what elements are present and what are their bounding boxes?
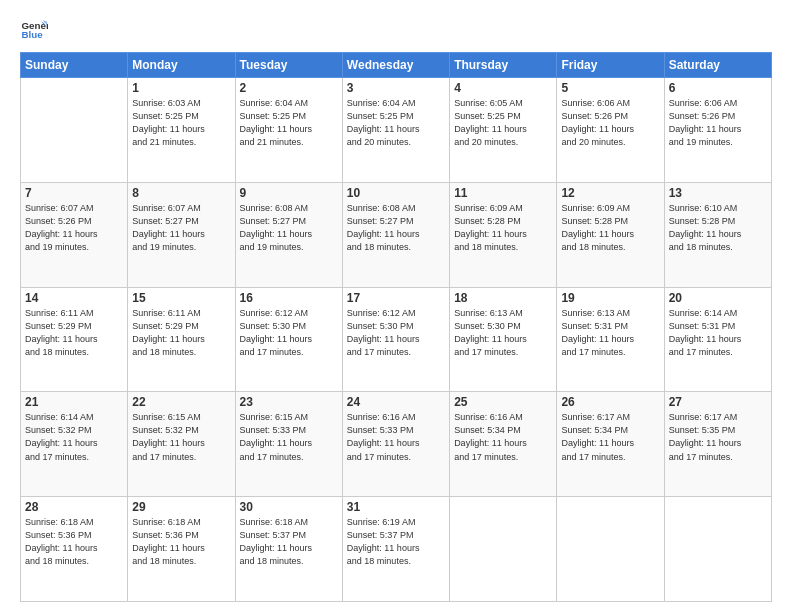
day-number: 17 [347, 291, 445, 305]
day-info: Sunrise: 6:15 AM Sunset: 5:33 PM Dayligh… [240, 411, 338, 463]
day-number: 8 [132, 186, 230, 200]
day-info: Sunrise: 6:13 AM Sunset: 5:30 PM Dayligh… [454, 307, 552, 359]
calendar-cell: 25Sunrise: 6:16 AM Sunset: 5:34 PM Dayli… [450, 392, 557, 497]
calendar-week-4: 21Sunrise: 6:14 AM Sunset: 5:32 PM Dayli… [21, 392, 772, 497]
day-number: 16 [240, 291, 338, 305]
day-info: Sunrise: 6:06 AM Sunset: 5:26 PM Dayligh… [561, 97, 659, 149]
day-number: 11 [454, 186, 552, 200]
calendar-cell: 13Sunrise: 6:10 AM Sunset: 5:28 PM Dayli… [664, 182, 771, 287]
day-info: Sunrise: 6:11 AM Sunset: 5:29 PM Dayligh… [25, 307, 123, 359]
calendar-cell: 10Sunrise: 6:08 AM Sunset: 5:27 PM Dayli… [342, 182, 449, 287]
day-info: Sunrise: 6:07 AM Sunset: 5:26 PM Dayligh… [25, 202, 123, 254]
day-number: 6 [669, 81, 767, 95]
day-number: 31 [347, 500, 445, 514]
calendar-table: SundayMondayTuesdayWednesdayThursdayFrid… [20, 52, 772, 602]
day-info: Sunrise: 6:19 AM Sunset: 5:37 PM Dayligh… [347, 516, 445, 568]
day-info: Sunrise: 6:12 AM Sunset: 5:30 PM Dayligh… [347, 307, 445, 359]
day-info: Sunrise: 6:18 AM Sunset: 5:36 PM Dayligh… [25, 516, 123, 568]
day-info: Sunrise: 6:07 AM Sunset: 5:27 PM Dayligh… [132, 202, 230, 254]
day-number: 15 [132, 291, 230, 305]
header-row: SundayMondayTuesdayWednesdayThursdayFrid… [21, 53, 772, 78]
header-day-tuesday: Tuesday [235, 53, 342, 78]
day-number: 24 [347, 395, 445, 409]
day-number: 27 [669, 395, 767, 409]
calendar-cell: 19Sunrise: 6:13 AM Sunset: 5:31 PM Dayli… [557, 287, 664, 392]
calendar-cell: 3Sunrise: 6:04 AM Sunset: 5:25 PM Daylig… [342, 78, 449, 183]
day-info: Sunrise: 6:03 AM Sunset: 5:25 PM Dayligh… [132, 97, 230, 149]
day-info: Sunrise: 6:18 AM Sunset: 5:37 PM Dayligh… [240, 516, 338, 568]
header-day-sunday: Sunday [21, 53, 128, 78]
day-number: 3 [347, 81, 445, 95]
calendar-cell: 7Sunrise: 6:07 AM Sunset: 5:26 PM Daylig… [21, 182, 128, 287]
svg-text:Blue: Blue [21, 29, 43, 40]
day-info: Sunrise: 6:06 AM Sunset: 5:26 PM Dayligh… [669, 97, 767, 149]
day-info: Sunrise: 6:18 AM Sunset: 5:36 PM Dayligh… [132, 516, 230, 568]
header-day-thursday: Thursday [450, 53, 557, 78]
calendar-cell: 22Sunrise: 6:15 AM Sunset: 5:32 PM Dayli… [128, 392, 235, 497]
calendar-cell: 30Sunrise: 6:18 AM Sunset: 5:37 PM Dayli… [235, 497, 342, 602]
day-info: Sunrise: 6:17 AM Sunset: 5:35 PM Dayligh… [669, 411, 767, 463]
day-number: 10 [347, 186, 445, 200]
day-number: 9 [240, 186, 338, 200]
day-number: 2 [240, 81, 338, 95]
calendar-cell: 20Sunrise: 6:14 AM Sunset: 5:31 PM Dayli… [664, 287, 771, 392]
page: General Blue SundayMondayTuesdayWednesda… [0, 0, 792, 612]
calendar-cell: 2Sunrise: 6:04 AM Sunset: 5:25 PM Daylig… [235, 78, 342, 183]
calendar-cell [450, 497, 557, 602]
calendar-cell: 21Sunrise: 6:14 AM Sunset: 5:32 PM Dayli… [21, 392, 128, 497]
day-number: 12 [561, 186, 659, 200]
day-info: Sunrise: 6:11 AM Sunset: 5:29 PM Dayligh… [132, 307, 230, 359]
header-day-wednesday: Wednesday [342, 53, 449, 78]
day-number: 28 [25, 500, 123, 514]
day-info: Sunrise: 6:15 AM Sunset: 5:32 PM Dayligh… [132, 411, 230, 463]
calendar-cell: 29Sunrise: 6:18 AM Sunset: 5:36 PM Dayli… [128, 497, 235, 602]
day-number: 14 [25, 291, 123, 305]
calendar-cell: 5Sunrise: 6:06 AM Sunset: 5:26 PM Daylig… [557, 78, 664, 183]
calendar-week-1: 1Sunrise: 6:03 AM Sunset: 5:25 PM Daylig… [21, 78, 772, 183]
day-info: Sunrise: 6:04 AM Sunset: 5:25 PM Dayligh… [347, 97, 445, 149]
day-info: Sunrise: 6:09 AM Sunset: 5:28 PM Dayligh… [454, 202, 552, 254]
calendar-cell [21, 78, 128, 183]
header: General Blue [20, 16, 772, 44]
calendar-cell: 27Sunrise: 6:17 AM Sunset: 5:35 PM Dayli… [664, 392, 771, 497]
calendar-week-2: 7Sunrise: 6:07 AM Sunset: 5:26 PM Daylig… [21, 182, 772, 287]
calendar-cell: 15Sunrise: 6:11 AM Sunset: 5:29 PM Dayli… [128, 287, 235, 392]
calendar-cell: 9Sunrise: 6:08 AM Sunset: 5:27 PM Daylig… [235, 182, 342, 287]
calendar-cell: 24Sunrise: 6:16 AM Sunset: 5:33 PM Dayli… [342, 392, 449, 497]
calendar-cell: 28Sunrise: 6:18 AM Sunset: 5:36 PM Dayli… [21, 497, 128, 602]
calendar-week-5: 28Sunrise: 6:18 AM Sunset: 5:36 PM Dayli… [21, 497, 772, 602]
calendar-cell: 4Sunrise: 6:05 AM Sunset: 5:25 PM Daylig… [450, 78, 557, 183]
calendar-cell: 11Sunrise: 6:09 AM Sunset: 5:28 PM Dayli… [450, 182, 557, 287]
day-info: Sunrise: 6:05 AM Sunset: 5:25 PM Dayligh… [454, 97, 552, 149]
day-number: 7 [25, 186, 123, 200]
day-info: Sunrise: 6:10 AM Sunset: 5:28 PM Dayligh… [669, 202, 767, 254]
calendar-cell: 14Sunrise: 6:11 AM Sunset: 5:29 PM Dayli… [21, 287, 128, 392]
calendar-cell: 17Sunrise: 6:12 AM Sunset: 5:30 PM Dayli… [342, 287, 449, 392]
calendar-cell: 6Sunrise: 6:06 AM Sunset: 5:26 PM Daylig… [664, 78, 771, 183]
header-day-saturday: Saturday [664, 53, 771, 78]
day-info: Sunrise: 6:14 AM Sunset: 5:32 PM Dayligh… [25, 411, 123, 463]
calendar-cell: 18Sunrise: 6:13 AM Sunset: 5:30 PM Dayli… [450, 287, 557, 392]
day-number: 20 [669, 291, 767, 305]
day-info: Sunrise: 6:16 AM Sunset: 5:34 PM Dayligh… [454, 411, 552, 463]
header-day-monday: Monday [128, 53, 235, 78]
day-number: 18 [454, 291, 552, 305]
day-number: 25 [454, 395, 552, 409]
day-number: 13 [669, 186, 767, 200]
calendar-cell: 1Sunrise: 6:03 AM Sunset: 5:25 PM Daylig… [128, 78, 235, 183]
calendar-cell: 31Sunrise: 6:19 AM Sunset: 5:37 PM Dayli… [342, 497, 449, 602]
day-number: 22 [132, 395, 230, 409]
day-number: 23 [240, 395, 338, 409]
day-info: Sunrise: 6:08 AM Sunset: 5:27 PM Dayligh… [347, 202, 445, 254]
day-number: 1 [132, 81, 230, 95]
day-number: 26 [561, 395, 659, 409]
day-number: 29 [132, 500, 230, 514]
calendar-cell: 8Sunrise: 6:07 AM Sunset: 5:27 PM Daylig… [128, 182, 235, 287]
calendar-cell [664, 497, 771, 602]
calendar-cell [557, 497, 664, 602]
day-number: 21 [25, 395, 123, 409]
day-number: 4 [454, 81, 552, 95]
calendar-body: 1Sunrise: 6:03 AM Sunset: 5:25 PM Daylig… [21, 78, 772, 602]
calendar-cell: 23Sunrise: 6:15 AM Sunset: 5:33 PM Dayli… [235, 392, 342, 497]
day-info: Sunrise: 6:17 AM Sunset: 5:34 PM Dayligh… [561, 411, 659, 463]
